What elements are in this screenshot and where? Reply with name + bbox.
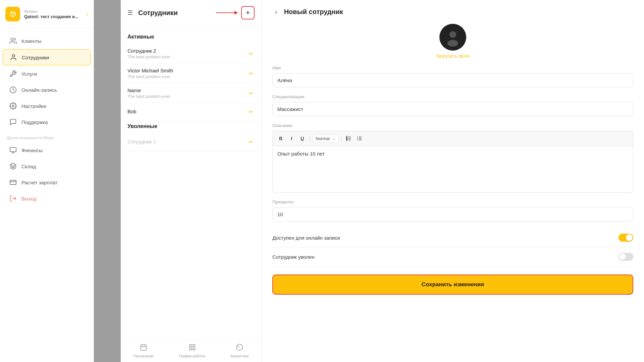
priority-input[interactable] (272, 207, 633, 222)
sidebar-item-services[interactable]: Услуги (3, 66, 91, 81)
edit-icon[interactable]: ✏ (248, 137, 255, 146)
employee-info: Сотрудник 2 The best position ever (127, 48, 248, 59)
detail-panel: ‹ Новый сотрудник Загрузить фото Имя Спе… (262, 0, 644, 362)
sidebar-item-online-booking[interactable]: Онлайн-запись (3, 82, 91, 98)
description-field-group: Описание B I U Normal ⌄ 1 2 3 (272, 123, 633, 193)
name-input[interactable] (272, 73, 633, 87)
toggle-knob (626, 234, 633, 241)
fired-section-title: Уволенные (121, 121, 261, 133)
avatar-container: Загрузить фото (272, 24, 633, 59)
gray-placeholder (94, 0, 121, 362)
sidebar-label-clients: Клиенты (21, 38, 42, 44)
svg-rect-7 (141, 345, 147, 351)
priority-field-group: Приоритет (272, 199, 633, 222)
employee-name: Victor Michael Smith (127, 68, 248, 73)
sidebar-item-clients[interactable]: Клиенты (3, 33, 91, 49)
online-booking-label: Доступен для онлайн записи (272, 235, 340, 241)
sidebar-header[interactable]: Филиал Qatest: тест создания и... › (0, 0, 94, 28)
finance-icon (9, 146, 17, 154)
unordered-list-button[interactable] (355, 134, 364, 143)
branch-chevron[interactable]: › (86, 11, 88, 18)
sidebar-label-warehouse: Склад (21, 164, 36, 169)
description-editor[interactable]: Опыт работы 10 лет (272, 146, 633, 193)
edit-icon[interactable]: ✏ (248, 107, 255, 116)
edit-icon[interactable]: ✏ (248, 69, 255, 78)
sidebar-label-employees: Сотрудники (22, 55, 49, 60)
grid-calendar-icon (189, 344, 196, 353)
edit-icon[interactable]: ✏ (248, 49, 255, 58)
online-booking-toggle[interactable] (619, 234, 633, 242)
ordered-list-button[interactable]: 1 2 3 (344, 134, 354, 143)
sidebar-nav: Клиенты Сотрудники Услуги (0, 28, 94, 362)
sidebar-label-payroll: Расчет зарплат (21, 180, 57, 185)
arrow-head (234, 11, 238, 15)
specialization-label: Специализация (272, 94, 633, 99)
svg-point-29 (357, 138, 358, 139)
back-button[interactable]: ‹ (272, 7, 280, 17)
sidebar-item-employees[interactable]: Сотрудники (3, 49, 91, 65)
footer-item-work-schedule[interactable]: График работы (179, 344, 205, 358)
sidebar-label-logout: Выход (21, 196, 37, 201)
employee-item[interactable]: Сотрудник 2 The best position ever ✏ (121, 44, 261, 64)
employee-info: Victor Michael Smith The best position e… (127, 68, 248, 79)
edit-icon[interactable]: ✏ (248, 89, 255, 98)
italic-button[interactable]: I (287, 134, 296, 143)
sidebar-item-support[interactable]: Поддержка (3, 114, 91, 130)
format-value: Normal (316, 136, 330, 141)
underline-button[interactable]: U (298, 134, 307, 143)
save-button[interactable]: Сохранить изменения (272, 275, 633, 295)
svg-rect-5 (10, 180, 16, 185)
upload-photo-button[interactable]: Загрузить фото (436, 53, 470, 59)
svg-point-17 (449, 31, 456, 38)
description-label: Описание (272, 123, 633, 128)
footer-item-analytics[interactable]: Аналитика (230, 344, 249, 358)
employee-name: Name (127, 87, 248, 93)
specialization-input[interactable] (272, 102, 633, 116)
employee-item[interactable]: Bob ✏ (121, 103, 261, 121)
name-field-group: Имя (272, 65, 633, 87)
toolbar-separator (310, 135, 310, 142)
editor-toolbar: B I U Normal ⌄ 1 2 3 (272, 131, 633, 146)
hamburger-icon[interactable]: ☰ (127, 9, 133, 16)
sidebar-item-payroll[interactable]: Расчет зарплат (3, 175, 91, 190)
employee-panel-title: Сотрудники (138, 9, 211, 17)
clients-icon (9, 37, 17, 45)
footer-item-schedule[interactable]: Расписание (133, 344, 154, 358)
support-icon (9, 118, 17, 126)
svg-rect-14 (189, 348, 191, 350)
detail-title: Новый сотрудник (284, 8, 343, 16)
fired-toggle[interactable] (619, 253, 633, 261)
tools-icon (9, 70, 17, 77)
sidebar-branch-info: Филиал Qatest: тест создания и... (24, 9, 82, 19)
clock-icon (9, 86, 17, 94)
employee-item[interactable]: Name The best position ever ✏ (121, 83, 261, 103)
active-section-title: Активные (121, 31, 261, 44)
format-select[interactable]: Normal ⌄ (313, 134, 338, 143)
sidebar-label-support: Поддержка (21, 119, 48, 125)
sidebar-item-finance[interactable]: Финансы (3, 142, 91, 158)
online-booking-toggle-row: Доступен для онлайн записи (272, 228, 633, 247)
employee-panel: ☰ Сотрудники + Активные Сотрудник 2 The … (121, 0, 262, 362)
svg-point-18 (447, 40, 458, 47)
employee-info: Bob (127, 109, 248, 115)
sidebar: Филиал Qatest: тест создания и... › Клие… (0, 0, 94, 362)
employee-item[interactable]: Victor Michael Smith The best position e… (121, 64, 261, 83)
sidebar-logo (5, 7, 20, 21)
add-employee-button[interactable]: + (241, 6, 255, 19)
sidebar-label-services: Услуги (21, 71, 37, 77)
footer-label-schedule: Расписание (133, 354, 154, 358)
svg-point-30 (357, 139, 358, 140)
employee-list-body: Активные Сотрудник 2 The best position e… (121, 26, 261, 339)
sidebar-label-online-booking: Онлайн-запись (21, 87, 57, 93)
employee-panel-header: ☰ Сотрудники + (121, 0, 261, 26)
sidebar-item-settings[interactable]: Настройки (3, 98, 91, 114)
sidebar-item-logout[interactable]: Выход (3, 191, 91, 206)
svg-point-28 (357, 136, 358, 137)
bold-button[interactable]: B (276, 134, 285, 143)
svg-rect-12 (193, 345, 195, 347)
avatar (439, 24, 466, 51)
fired-employee-item[interactable]: Сотрудник 1 ✏ (121, 133, 261, 151)
sidebar-item-warehouse[interactable]: Склад (3, 159, 91, 174)
employee-name-inactive: Сотрудник 1 (127, 139, 248, 144)
toggle-knob-fired (619, 253, 626, 260)
